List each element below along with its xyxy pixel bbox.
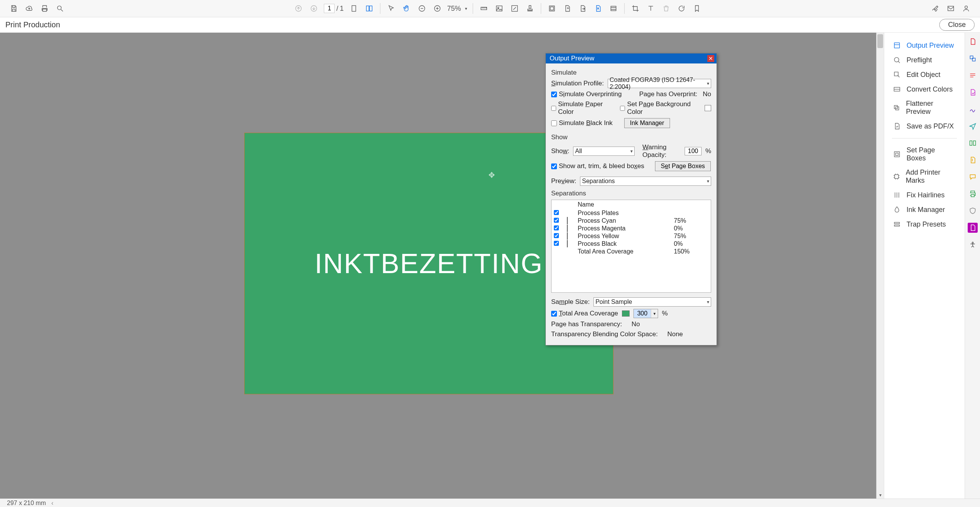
strip-print-production-icon[interactable] (968, 223, 978, 233)
scroll-down-icon[interactable]: ▾ (877, 492, 884, 499)
tool-convert-colors[interactable]: Convert Colors (884, 82, 965, 97)
sep-visibility-checkbox[interactable] (554, 218, 559, 223)
account-icon[interactable] (961, 3, 972, 14)
col-name: Name (578, 201, 674, 208)
select-show[interactable]: All▾ (573, 147, 635, 156)
tool-save-pdfx[interactable]: Save as PDF/X (884, 119, 965, 133)
object-edit-icon[interactable] (509, 3, 520, 14)
select-preview[interactable]: Separations▾ (580, 177, 711, 186)
strip-compress-icon[interactable] (968, 155, 978, 165)
scroll-thumb[interactable] (877, 34, 883, 48)
ruler-icon[interactable] (478, 3, 489, 14)
dialog-close-icon[interactable]: ✕ (707, 55, 714, 62)
sep-visibility-checkbox[interactable] (554, 233, 559, 238)
strip-export-icon[interactable] (968, 87, 978, 97)
zoom-level[interactable]: 75%▾ (447, 5, 467, 13)
rotate-icon[interactable] (676, 3, 687, 14)
hand-icon[interactable] (401, 3, 412, 14)
tool-set-page-boxes[interactable]: Set Page Boxes (884, 143, 965, 165)
strip-combine-icon[interactable] (968, 53, 978, 63)
strip-sign-icon[interactable] (968, 104, 978, 114)
replace-page-icon[interactable] (593, 3, 603, 14)
search-icon[interactable] (55, 3, 65, 14)
sep-name: Process Magenta (578, 225, 674, 232)
tool-printer-marks[interactable]: Add Printer Marks (884, 165, 965, 188)
chk-set-bg[interactable]: Set Page Background Color (620, 100, 693, 116)
sep-visibility-checkbox[interactable] (554, 225, 559, 230)
close-button[interactable]: Close (939, 19, 975, 31)
bg-color-swatch[interactable] (705, 105, 711, 111)
pointer-icon[interactable] (386, 3, 397, 14)
strip-create-pdf-icon[interactable] (968, 37, 978, 47)
chk-sim-black[interactable]: Simulate Black Ink (551, 119, 613, 127)
svg-rect-17 (894, 43, 899, 48)
svg-point-18 (894, 57, 899, 62)
chk-sim-paper[interactable]: Simulate Paper Color (551, 100, 608, 116)
image-insert-icon[interactable] (494, 3, 505, 14)
header-footer-icon[interactable] (608, 3, 619, 14)
trash-icon[interactable] (661, 3, 672, 14)
tool-output-preview[interactable]: Output Preview (884, 38, 965, 53)
zoom-in-icon[interactable] (432, 3, 443, 14)
page-up-icon[interactable] (293, 3, 304, 14)
single-page-icon[interactable] (348, 3, 359, 14)
separation-row[interactable]: Process Yellow 75% (552, 232, 711, 240)
select-sim-profile[interactable]: Coated FOGRA39 (ISO 12647-2:2004)▾ (608, 79, 711, 88)
bookmark-icon[interactable] (692, 3, 702, 14)
vertical-scrollbar[interactable]: ▴ ▾ (876, 33, 884, 499)
sep-visibility-checkbox[interactable] (554, 210, 559, 215)
two-page-icon[interactable] (364, 3, 375, 14)
separation-row[interactable]: Process Plates (552, 209, 711, 217)
chk-tac[interactable]: Total Area Coverage (551, 310, 618, 317)
svg-rect-9 (496, 6, 502, 11)
chk-show-art-trim-bleed[interactable]: Show art, trim, & bleed boxes (551, 162, 644, 170)
dialog-titlebar[interactable]: Output Preview ✕ (546, 53, 717, 63)
document-canvas[interactable]: INKTBEZETTING ✥ ▴ ▾ (0, 33, 884, 499)
chk-sim-overprint[interactable]: Simulate Overprinting (551, 90, 622, 98)
page-down-icon[interactable] (308, 3, 319, 14)
select-sample-size[interactable]: Point Sample▾ (593, 297, 711, 307)
page-boxes-icon (893, 150, 901, 158)
input-warning-opacity[interactable] (685, 147, 702, 155)
zoom-out-icon[interactable] (417, 3, 427, 14)
crop-icon[interactable] (630, 3, 641, 14)
signature-icon[interactable] (930, 3, 941, 14)
page-current-input[interactable] (324, 4, 335, 13)
cloud-upload-icon[interactable] (24, 3, 35, 14)
separation-row[interactable]: Process Black 0% (552, 240, 711, 248)
tool-label: Flattener Preview (906, 100, 957, 116)
strip-organize-icon[interactable] (968, 138, 978, 148)
tool-trap-presets[interactable]: Trap Presets (884, 217, 965, 232)
extract-page-icon[interactable] (577, 3, 588, 14)
strip-edit-pdf-icon[interactable] (968, 70, 978, 80)
strip-print-icon[interactable] (968, 189, 978, 199)
section-simulate: Simulate (551, 69, 711, 77)
label-show: Show: (551, 147, 569, 155)
tool-edit-object[interactable]: Edit Object (884, 67, 965, 82)
page-boxes-icon[interactable] (547, 3, 557, 14)
save-icon[interactable] (8, 3, 19, 14)
tool-fix-hairlines[interactable]: Fix Hairlines (884, 188, 965, 202)
sep-visibility-checkbox[interactable] (554, 241, 559, 246)
tool-ink-manager[interactable]: Ink Manager (884, 202, 965, 217)
strip-protect-icon[interactable] (968, 206, 978, 216)
separation-row[interactable]: Process Magenta 0% (552, 225, 711, 232)
separation-row[interactable]: Total Area Coverage 150% (552, 248, 711, 255)
section-separations: Separations (551, 190, 711, 197)
tool-preflight[interactable]: Preflight (884, 53, 965, 67)
stamp-icon[interactable] (525, 3, 535, 14)
btn-ink-manager[interactable]: Ink Manager (624, 118, 670, 128)
separation-row[interactable]: Process Cyan 75% (552, 217, 711, 225)
panel-divider (892, 138, 957, 138)
btn-set-page-boxes[interactable]: Set Page Boxes (655, 161, 711, 171)
mail-icon[interactable] (945, 3, 956, 14)
strip-accessibility-icon[interactable] (968, 240, 978, 250)
strip-send-icon[interactable] (968, 121, 978, 131)
text-tool-icon[interactable] (645, 3, 656, 14)
input-tac[interactable] (634, 309, 651, 318)
tool-flattener-preview[interactable]: Flattener Preview (884, 97, 965, 119)
unit-percent: % (705, 147, 711, 155)
strip-comment-icon[interactable] (968, 172, 978, 182)
add-page-icon[interactable] (562, 3, 573, 14)
print-icon[interactable] (39, 3, 50, 14)
